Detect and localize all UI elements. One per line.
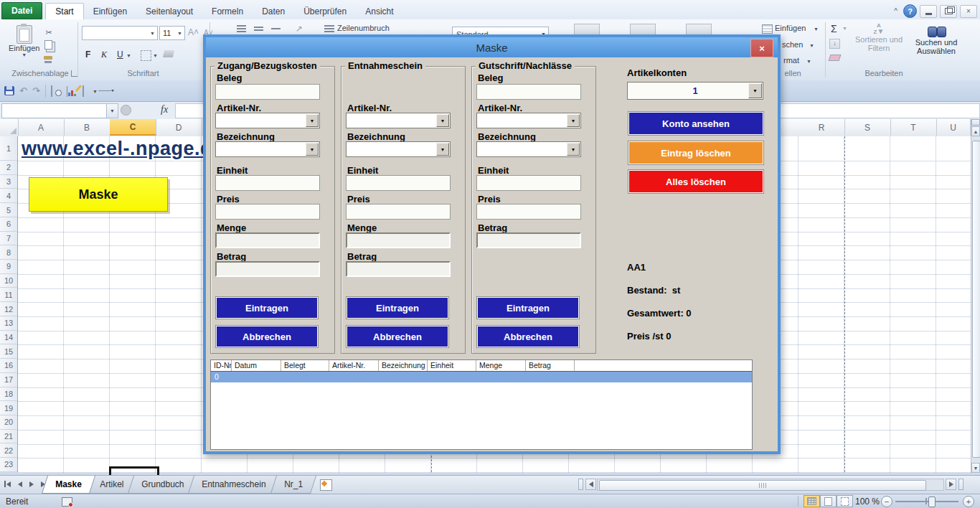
italic-button[interactable]: K <box>98 49 110 61</box>
tab-einfuegen[interactable]: Einfügen <box>84 4 136 19</box>
artikelnr-combo[interactable]: ▼ <box>215 113 320 128</box>
artikelnr-combo[interactable]: ▼ <box>346 113 451 128</box>
first-sheet-icon[interactable] <box>3 479 12 489</box>
link-cell[interactable]: www.excel-.npage.de <box>22 138 224 160</box>
row-header[interactable]: 22 <box>0 443 17 458</box>
cut-icon[interactable]: ✂ <box>43 27 55 37</box>
beleg-input[interactable] <box>476 84 581 100</box>
row-header[interactable]: 18 <box>0 387 17 402</box>
col-header-r[interactable]: R <box>798 119 845 136</box>
preis-input[interactable] <box>215 204 320 220</box>
undo-icon[interactable]: ↶ <box>19 85 27 96</box>
insert-cells-button[interactable]: Einfügen <box>775 24 806 32</box>
print-preview-icon[interactable] <box>51 86 62 96</box>
eintragen-button[interactable]: Eintragen <box>347 297 448 319</box>
align-middle-icon[interactable] <box>254 27 263 31</box>
font-size-combo[interactable]: 11 ▼ <box>159 26 185 40</box>
betrag-input[interactable] <box>215 261 320 277</box>
preis-input[interactable] <box>476 204 581 220</box>
row-header[interactable]: 3 <box>0 175 17 189</box>
combo-arrow-icon[interactable]: ▼ <box>306 143 319 156</box>
vertical-scroll-thumb[interactable] <box>972 141 980 458</box>
dialog-close-button[interactable]: × <box>750 39 773 57</box>
abbrechen-button[interactable]: Abbrechen <box>477 326 579 347</box>
tab-daten[interactable]: Daten <box>253 4 294 19</box>
format-as-table-icon[interactable] <box>630 24 656 35</box>
insert-sheet-icon[interactable] <box>320 479 332 491</box>
align-top-icon[interactable] <box>237 25 246 32</box>
clipboard-dialog-launcher-icon[interactable] <box>71 70 77 77</box>
menge-input[interactable] <box>215 232 320 248</box>
conditional-formatting-icon[interactable] <box>574 24 600 35</box>
page-layout-view-icon[interactable] <box>820 495 837 507</box>
konto-ansehen-button[interactable]: Konto ansehen <box>628 112 763 135</box>
bezeichnung-combo[interactable]: ▼ <box>215 141 320 157</box>
scroll-down-icon[interactable]: ▼ <box>971 463 980 473</box>
next-sheet-icon[interactable] <box>28 480 35 489</box>
horizontal-scrollbar[interactable] <box>597 479 944 491</box>
name-box[interactable] <box>1 103 108 118</box>
alles-loeschen-button[interactable]: Alles löschen <box>628 170 763 193</box>
list-header-einheit[interactable]: Einheit <box>428 360 476 371</box>
einheit-input[interactable] <box>215 175 320 191</box>
combo-arrow-icon[interactable]: ▼ <box>567 143 580 156</box>
combo-arrow-icon[interactable]: ▼ <box>436 114 449 127</box>
row-header[interactable]: 9 <box>0 260 17 274</box>
tab-start[interactable]: Start <box>45 3 83 19</box>
bold-button[interactable]: F <box>82 49 94 60</box>
autosum-icon[interactable]: Σ <box>831 23 837 34</box>
col-header-t[interactable]: T <box>890 119 937 136</box>
page-break-view-icon[interactable] <box>837 495 853 507</box>
zoom-slider-track[interactable] <box>895 501 958 502</box>
customize-qat-icon[interactable]: ⸺▾ <box>98 87 114 95</box>
sheet-tab-nr1[interactable]: Nr_1 <box>270 476 316 494</box>
tab-formeln[interactable]: Formeln <box>202 4 253 19</box>
eintrag-loeschen-button[interactable]: Eintrag löschen <box>628 141 763 164</box>
row-header[interactable]: 23 <box>0 458 17 472</box>
zoom-slider-thumb[interactable] <box>928 497 936 507</box>
tab-split-handle[interactable] <box>578 479 583 490</box>
einheit-input[interactable] <box>476 175 581 191</box>
row-header[interactable]: 4 <box>0 189 17 203</box>
vertical-split-handle[interactable] <box>971 119 980 126</box>
format-cells-button[interactable]: rmat <box>783 56 799 65</box>
row-header[interactable]: 1 <box>0 136 17 161</box>
maske-shape-button[interactable]: Maske <box>29 177 168 212</box>
row-header[interactable]: 14 <box>0 331 17 345</box>
macros-icon[interactable]: ▼ <box>83 86 93 96</box>
row-header[interactable]: 20 <box>0 415 17 430</box>
zoom-in-icon[interactable]: + <box>963 496 974 507</box>
name-box-dropdown-icon[interactable]: ▼ <box>106 103 118 118</box>
insert-function-icon[interactable]: fx <box>161 104 168 116</box>
col-header-s[interactable]: S <box>844 119 891 136</box>
row-header[interactable]: 11 <box>0 288 17 302</box>
combo-arrow-icon[interactable]: ▼ <box>567 114 580 127</box>
row-header[interactable]: 8 <box>0 245 17 260</box>
bezeichnung-combo[interactable]: ▼ <box>476 141 581 157</box>
clear-icon[interactable] <box>829 55 842 61</box>
help-icon[interactable]: ? <box>903 4 917 18</box>
row-header[interactable]: 12 <box>0 302 17 316</box>
orientation-icon[interactable]: ↗ <box>296 24 303 34</box>
artikelnr-combo[interactable]: ▼ <box>476 113 581 128</box>
zoom-level[interactable]: 100 % <box>855 497 880 507</box>
col-header-a[interactable]: A <box>18 119 65 136</box>
macro-record-icon[interactable] <box>62 497 72 507</box>
selected-list-row[interactable]: 0 <box>211 372 752 382</box>
sheet-tab-entnahmeschein[interactable]: Entnahmeschein <box>188 476 280 494</box>
collapse-ribbon-icon[interactable]: ^ <box>891 6 900 17</box>
row-header[interactable]: 10 <box>0 274 17 288</box>
sort-filter-button[interactable]: AZ▼ Sortieren und Filtern <box>851 22 907 52</box>
hscroll-right-icon[interactable] <box>946 479 956 490</box>
tab-datei[interactable]: Datei <box>1 2 42 19</box>
fill-icon[interactable]: ↓ <box>829 39 840 49</box>
artikelkonten-combo[interactable]: 1 ▼ <box>627 82 763 100</box>
find-select-button[interactable]: Suchen und Auswählen <box>908 22 966 55</box>
eintragen-button[interactable]: Eintragen <box>216 297 318 319</box>
row-header[interactable]: 6 <box>0 217 17 232</box>
combo-arrow-icon[interactable]: ▼ <box>748 83 762 98</box>
restore-button[interactable] <box>940 5 957 18</box>
sheet-tab-maske[interactable]: Maske <box>42 476 95 494</box>
menge-input[interactable] <box>346 232 451 248</box>
row-header[interactable]: 16 <box>0 359 17 373</box>
